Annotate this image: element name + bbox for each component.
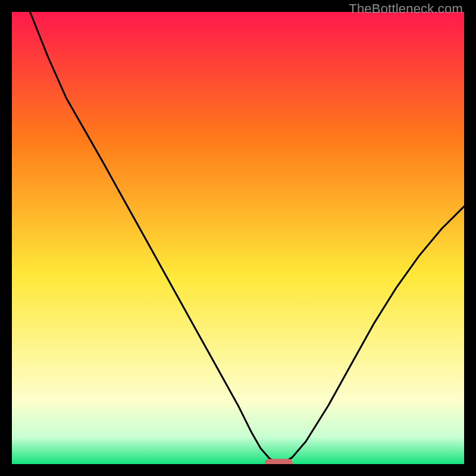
watermark-text: TheBottleneck.com [349,1,463,17]
bottleneck-chart [12,12,464,464]
gradient-background [12,12,464,464]
optimal-marker [265,459,292,464]
chart-frame [12,12,464,464]
